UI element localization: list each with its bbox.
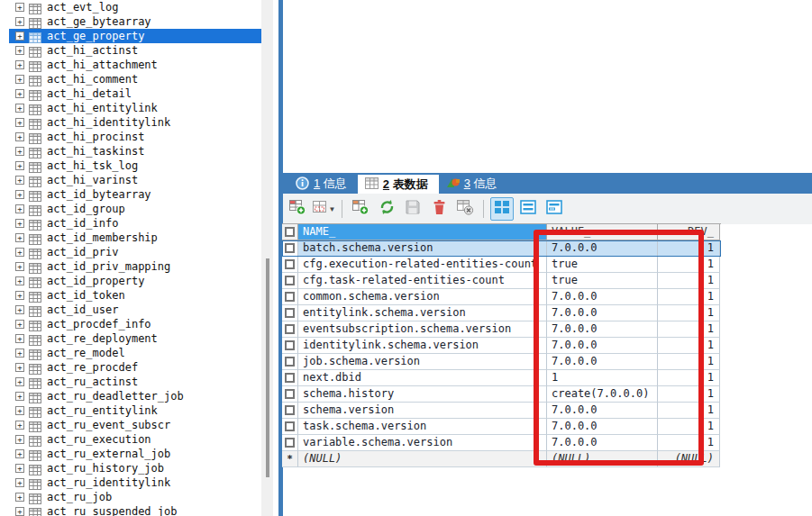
- row-checkbox[interactable]: [282, 370, 298, 386]
- cell-name[interactable]: (NULL): [298, 451, 547, 467]
- grid-row[interactable]: task.schema.version7.0.0.01: [282, 419, 721, 435]
- expand-plus-icon[interactable]: +: [15, 320, 24, 329]
- tree-item-act_id_bytearray[interactable]: +act_id_bytearray: [0, 187, 261, 202]
- tree-item-act_evt_log[interactable]: +act_evt_log: [0, 0, 261, 14]
- row-checkbox[interactable]: [282, 403, 298, 419]
- cell-rev[interactable]: 1: [658, 305, 720, 321]
- grid-row[interactable]: entitylink.schema.version7.0.0.01: [282, 305, 721, 321]
- cell-name[interactable]: schema.history: [298, 386, 547, 403]
- row-checkbox[interactable]: [282, 289, 298, 305]
- row-checkbox[interactable]: [282, 354, 298, 370]
- tree-item-act_ru_identitylink[interactable]: +act_ru_identitylink: [0, 475, 261, 490]
- row-checkbox[interactable]: [282, 386, 298, 403]
- row-checkbox[interactable]: [282, 305, 298, 321]
- cell-value[interactable]: 7.0.0.0: [547, 240, 658, 257]
- expand-plus-icon[interactable]: +: [15, 3, 24, 12]
- tree-item-act_re_deployment[interactable]: +act_re_deployment: [0, 331, 261, 346]
- grid-row[interactable]: cfg.task-related-entities-counttrue1: [282, 273, 721, 289]
- tree-item-act_ru_event_subscr[interactable]: +act_ru_event_subscr: [0, 418, 261, 432]
- column-header-rev[interactable]: REV_: [658, 224, 720, 240]
- expand-plus-icon[interactable]: +: [15, 161, 24, 170]
- form-view-button[interactable]: [543, 197, 566, 221]
- column-header-name[interactable]: NAME_: [298, 224, 547, 240]
- select-all-checkbox[interactable]: [282, 224, 298, 240]
- tree-scrollbar[interactable]: [261, 0, 273, 516]
- tree-item-act_id_membership[interactable]: +act_id_membership: [0, 231, 261, 245]
- expand-plus-icon[interactable]: +: [15, 75, 24, 84]
- row-checkbox[interactable]: [282, 419, 298, 435]
- expand-plus-icon[interactable]: +: [15, 104, 24, 113]
- tree-item-act_hi_varinst[interactable]: +act_hi_varinst: [0, 173, 261, 187]
- tree-item-act_id_user[interactable]: +act_id_user: [0, 303, 261, 317]
- grid-row[interactable]: schema.version7.0.0.01: [282, 403, 721, 419]
- tree-item-act_id_priv_mapping[interactable]: +act_id_priv_mapping: [0, 259, 261, 274]
- expand-plus-icon[interactable]: +: [15, 176, 24, 185]
- cell-name[interactable]: variable.schema.version: [298, 435, 547, 451]
- tree-item-act_id_property[interactable]: +act_id_property: [0, 274, 261, 288]
- tree-item-act_hi_tsk_log[interactable]: +act_hi_tsk_log: [0, 158, 261, 173]
- tree-item-act_ru_execution[interactable]: +act_ru_execution: [0, 432, 261, 447]
- tree-item-act_re_model[interactable]: +act_re_model: [0, 346, 261, 360]
- row-checkbox[interactable]: [282, 257, 298, 273]
- grid-row[interactable]: schema.historycreate(7.0.0.0)1: [282, 386, 721, 403]
- cell-value[interactable]: 7.0.0.0: [547, 321, 658, 338]
- cell-name[interactable]: eventsubscription.schema.version: [298, 321, 547, 338]
- tree-item-act_ru_entitylink[interactable]: +act_ru_entitylink: [0, 403, 261, 418]
- grid-row[interactable]: common.schema.version7.0.0.01: [282, 289, 721, 305]
- tree-item-act_hi_entitylink[interactable]: +act_hi_entitylink: [0, 101, 261, 115]
- tree-item-act_hi_comment[interactable]: +act_hi_comment: [0, 72, 261, 86]
- cell-name[interactable]: task.schema.version: [298, 419, 547, 435]
- cell-rev[interactable]: 1: [658, 273, 720, 289]
- expand-plus-icon[interactable]: +: [15, 349, 24, 358]
- grid-row[interactable]: identitylink.schema.version7.0.0.01: [282, 338, 721, 354]
- cell-value[interactable]: true: [547, 257, 658, 273]
- cell-value[interactable]: 7.0.0.0: [547, 435, 658, 451]
- expand-plus-icon[interactable]: +: [15, 248, 24, 257]
- grid-row[interactable]: variable.schema.version7.0.0.01: [282, 435, 721, 451]
- cell-name[interactable]: next.dbid: [298, 370, 547, 386]
- tree-scrollbar-thumb[interactable]: [266, 258, 269, 477]
- expand-plus-icon[interactable]: +: [15, 421, 24, 430]
- tree-item-act_re_procdef[interactable]: +act_re_procdef: [0, 360, 261, 375]
- tree-item-act_hi_identitylink[interactable]: +act_hi_identitylink: [0, 115, 261, 130]
- cell-value[interactable]: 7.0.0.0: [547, 338, 658, 354]
- expand-plus-icon[interactable]: +: [15, 32, 24, 41]
- grid-row[interactable]: batch.schema.version7.0.0.01: [282, 240, 721, 257]
- tree-item-act_id_token[interactable]: +act_id_token: [0, 288, 261, 303]
- expand-plus-icon[interactable]: +: [15, 60, 24, 69]
- cell-name[interactable]: job.schema.version: [298, 354, 547, 370]
- row-checkbox[interactable]: [282, 338, 298, 354]
- cell-name[interactable]: schema.version: [298, 403, 547, 419]
- expand-plus-icon[interactable]: +: [15, 118, 24, 127]
- column-header-value[interactable]: VALUE_: [547, 224, 658, 240]
- tree-item-act_ru_external_job[interactable]: +act_ru_external_job: [0, 447, 261, 461]
- cell-rev[interactable]: 1: [658, 370, 720, 386]
- save-record-button[interactable]: [401, 197, 424, 221]
- expand-plus-icon[interactable]: +: [15, 449, 24, 458]
- expand-plus-icon[interactable]: +: [15, 204, 24, 213]
- expand-plus-icon[interactable]: +: [15, 392, 24, 401]
- text-view-button[interactable]: [516, 197, 540, 221]
- tree-item-act_ru_actinst[interactable]: +act_ru_actinst: [0, 375, 261, 389]
- cell-rev[interactable]: 1: [658, 338, 720, 354]
- cell-value[interactable]: 1: [547, 370, 658, 386]
- cell-rev[interactable]: 1: [658, 321, 720, 338]
- grid-row[interactable]: job.schema.version7.0.0.01: [282, 354, 721, 370]
- cell-rev[interactable]: 1: [658, 354, 720, 370]
- tree-item-act_ge_property[interactable]: +act_ge_property: [0, 29, 261, 43]
- expand-plus-icon[interactable]: +: [15, 262, 24, 271]
- expand-plus-icon[interactable]: +: [15, 46, 24, 55]
- discard-changes-button[interactable]: [453, 197, 477, 221]
- row-checkbox[interactable]: [282, 240, 298, 257]
- expand-plus-icon[interactable]: +: [15, 305, 24, 314]
- expand-plus-icon[interactable]: +: [15, 334, 24, 343]
- tree-item-act_hi_detail[interactable]: +act_hi_detail: [0, 86, 261, 101]
- cell-value[interactable]: 7.0.0.0: [547, 419, 658, 435]
- cell-rev[interactable]: 1: [658, 419, 720, 435]
- import-grid-record-button[interactable]: [286, 197, 309, 221]
- cell-name[interactable]: batch.schema.version: [298, 240, 547, 257]
- cell-rev[interactable]: 1: [658, 403, 720, 419]
- cell-rev[interactable]: 1: [658, 386, 720, 403]
- grid-display-options-button[interactable]: ▼: [312, 197, 335, 221]
- tree-item-act_hi_actinst[interactable]: +act_hi_actinst: [0, 43, 261, 58]
